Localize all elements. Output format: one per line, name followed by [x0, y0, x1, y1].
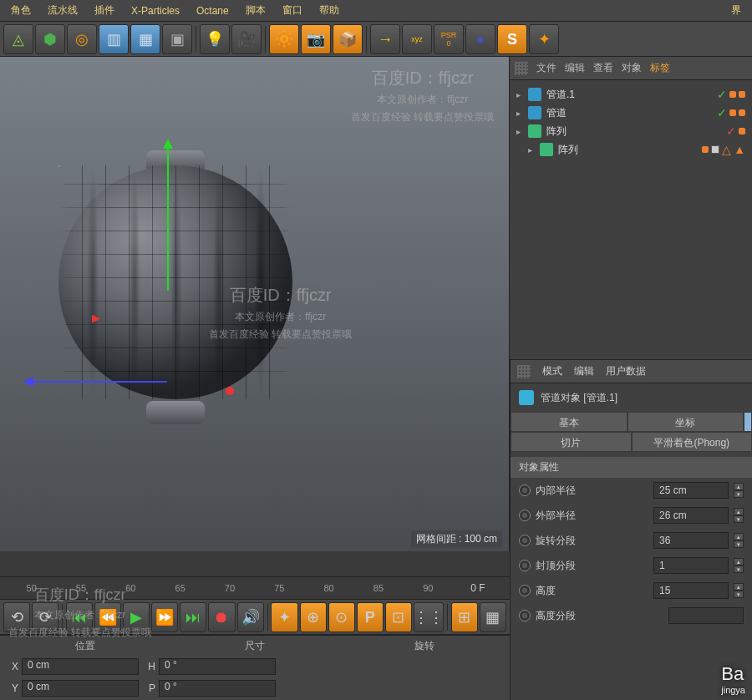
size-x-input[interactable]: 0 cm	[22, 658, 139, 675]
tool-menu[interactable]: ⋮⋮	[414, 602, 444, 632]
attr-tab-basic[interactable]: 基本	[511, 412, 628, 432]
om-tab-view[interactable]: 查看	[593, 61, 613, 75]
menu-octane[interactable]: Octane	[189, 3, 236, 19]
menu-pipeline[interactable]: 流水线	[40, 1, 85, 20]
tool-render[interactable]: 🔆	[269, 24, 299, 54]
om-tab-tags[interactable]: 标签	[650, 61, 670, 75]
axis-x[interactable]	[25, 381, 167, 383]
inner-radius-input[interactable]: 25 cm	[653, 482, 729, 499]
attr-mode[interactable]: 模式	[542, 364, 562, 378]
tool-axis[interactable]: →	[370, 24, 400, 54]
current-frame[interactable]: 0 F	[453, 582, 503, 594]
om-tab-edit[interactable]: 编辑	[565, 61, 585, 75]
tool-camera[interactable]: 🎥	[231, 24, 262, 54]
tool-light[interactable]: 💡	[200, 24, 230, 54]
render-dot-icon[interactable]	[739, 128, 745, 134]
spinner[interactable]: ▴▾	[734, 583, 744, 598]
tool-s[interactable]: S	[497, 24, 527, 54]
tool-xyz[interactable]: xyz	[402, 24, 432, 54]
rot-p-input[interactable]: 0 °	[159, 680, 276, 697]
undo-button[interactable]: ⟲	[3, 602, 30, 632]
tool-render-settings[interactable]: 📷	[301, 24, 331, 54]
expand-icon[interactable]: ▸	[516, 127, 525, 136]
menu-script[interactable]: 脚本	[238, 1, 273, 20]
om-tab-file[interactable]: 文件	[536, 61, 556, 75]
timeline-tick[interactable]: 50	[7, 583, 56, 593]
warning-icon[interactable]: ▲	[734, 143, 745, 156]
menu-help[interactable]: 帮助	[312, 1, 347, 20]
timeline-tick[interactable]: 75	[255, 583, 304, 593]
object-name[interactable]: 阵列	[545, 124, 723, 139]
size-y-input[interactable]: 0 cm	[22, 680, 139, 697]
tool-p[interactable]: P	[357, 602, 384, 632]
rot-seg-input[interactable]: 36	[653, 532, 729, 549]
tool-grid-btn[interactable]: ⊞	[451, 602, 478, 632]
menu-plugins[interactable]: 插件	[87, 1, 122, 20]
spinner[interactable]: ▴▾	[734, 483, 744, 498]
hier-row-tube1[interactable]: ▸ 管道.1 ✓	[513, 85, 749, 104]
spinner[interactable]: ▴▾	[734, 533, 744, 548]
layout-icon[interactable]	[517, 365, 531, 378]
attr-tab-end[interactable]	[744, 412, 752, 432]
object-name[interactable]: 管道.1	[545, 88, 714, 102]
height-seg-input[interactable]	[668, 607, 744, 624]
tool-box[interactable]: ⊡	[385, 602, 412, 632]
tool-deformer[interactable]: ◎	[67, 24, 97, 54]
timeline-tick[interactable]: 60	[106, 583, 155, 593]
outer-radius-input[interactable]: 26 cm	[653, 507, 729, 524]
expand-icon[interactable]: ▸	[516, 109, 525, 118]
tool-scale[interactable]: ⊕	[300, 602, 327, 632]
rot-h-input[interactable]: 0 °	[159, 658, 276, 675]
editor-dot-icon[interactable]	[739, 91, 745, 98]
timeline-ruler[interactable]: 50 55 60 65 70 75 80 85 90 0 F	[0, 576, 510, 600]
tool-rotate[interactable]: ⊙	[328, 602, 355, 632]
expand-icon[interactable]: ▸	[516, 90, 525, 99]
timeline-tick[interactable]: 80	[304, 583, 353, 593]
tag-icon[interactable]	[711, 145, 719, 154]
render-dot-icon[interactable]	[729, 91, 736, 98]
tool-generator[interactable]: ⬢	[35, 24, 65, 54]
cap-seg-input[interactable]: 1	[653, 557, 729, 574]
om-tab-object[interactable]: 对象	[622, 61, 642, 75]
timeline-tick[interactable]: 55	[56, 583, 105, 593]
render-dot-icon[interactable]	[702, 146, 709, 153]
goto-start-button[interactable]: ⏮	[66, 602, 93, 632]
warning-icon[interactable]: △	[722, 143, 731, 156]
spinner[interactable]: ▴▾	[734, 508, 744, 523]
anim-dot-icon[interactable]	[519, 510, 531, 521]
goto-end-button[interactable]: ⏭	[180, 602, 206, 632]
attr-tab-coord[interactable]: 坐标	[628, 412, 744, 432]
timeline-tick[interactable]: 90	[404, 583, 453, 593]
tool-picture-viewer[interactable]: 📦	[333, 24, 363, 54]
record-button[interactable]: ⏺	[208, 602, 235, 632]
attr-tab-slice[interactable]: 切片	[511, 432, 632, 452]
timeline-tick[interactable]: 70	[205, 583, 254, 593]
redo-button[interactable]: ⟳	[32, 602, 58, 632]
height-input[interactable]: 15	[653, 582, 729, 599]
menu-role[interactable]: 角色	[3, 1, 38, 20]
render-dot-icon[interactable]	[729, 109, 736, 116]
attr-tab-phong[interactable]: 平滑着色(Phong)	[632, 432, 753, 452]
play-button[interactable]: ▶	[123, 602, 150, 632]
anim-dot-icon[interactable]	[519, 560, 531, 571]
tool-move[interactable]: ✦	[271, 602, 297, 632]
editor-dot-icon[interactable]	[739, 109, 745, 116]
visibility-check-icon[interactable]: ✓	[717, 88, 727, 101]
tool-environment[interactable]: ▣	[162, 24, 192, 54]
visibility-check-icon[interactable]: ✓	[717, 106, 727, 119]
tool-star[interactable]: ✦	[529, 24, 559, 54]
expand-icon[interactable]: ▸	[528, 145, 536, 155]
spinner[interactable]: ▴▾	[734, 558, 744, 573]
tool-primitive[interactable]: ◬	[3, 24, 33, 54]
tool-psr[interactable]: PSR 0	[434, 24, 464, 54]
layout-icon[interactable]	[515, 62, 528, 75]
prev-frame-button[interactable]: ⏪	[94, 602, 121, 632]
object-name[interactable]: 管道	[545, 106, 714, 120]
sound-button[interactable]: 🔊	[237, 602, 264, 632]
viewport-perspective[interactable]: ▸ 网格间距 : 100 cm	[0, 57, 510, 551]
hier-row-tube[interactable]: ▸ 管道 ✓	[513, 104, 749, 122]
hier-row-array1[interactable]: ▸ 阵列 ✓	[513, 122, 749, 140]
object-name[interactable]: 阵列	[556, 143, 699, 157]
menu-layout[interactable]: 界	[724, 1, 749, 20]
menu-window[interactable]: 窗口	[275, 1, 310, 20]
